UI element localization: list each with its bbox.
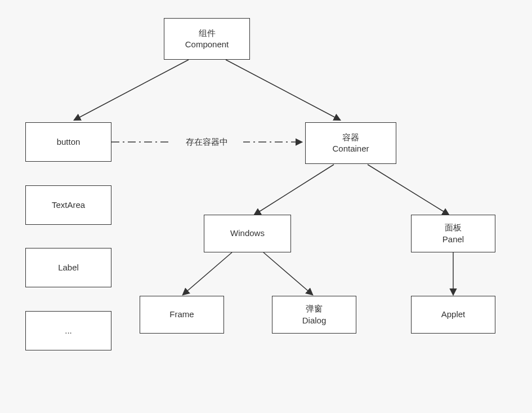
edge-windows-frame bbox=[183, 252, 232, 295]
node-dialog-en: Dialog bbox=[302, 315, 327, 326]
edge-container-panel bbox=[368, 165, 449, 215]
node-windows: Windows bbox=[204, 215, 291, 252]
node-frame-label: Frame bbox=[169, 309, 194, 320]
node-dialog-zh: 弹窗 bbox=[306, 303, 323, 314]
node-panel: 面板 Panel bbox=[411, 215, 495, 252]
edge-container-windows bbox=[254, 165, 334, 215]
node-more-label: ... bbox=[65, 325, 72, 336]
node-textarea-label: TextArea bbox=[52, 199, 85, 211]
node-component-en: Component bbox=[185, 39, 229, 50]
node-panel-en: Panel bbox=[442, 234, 464, 245]
node-label: Label bbox=[25, 248, 111, 287]
node-label-label: Label bbox=[58, 262, 79, 273]
node-button-label: button bbox=[57, 136, 81, 148]
node-component: 组件 Component bbox=[164, 18, 250, 60]
node-dialog: 弹窗 Dialog bbox=[272, 296, 356, 334]
edge-component-container bbox=[226, 60, 340, 120]
node-more: ... bbox=[25, 311, 111, 350]
node-windows-label: Windows bbox=[230, 228, 265, 239]
node-container-zh: 容器 bbox=[342, 132, 359, 143]
node-applet-label: Applet bbox=[441, 309, 466, 320]
node-container-en: Container bbox=[332, 143, 369, 154]
node-frame: Frame bbox=[140, 296, 224, 334]
node-container: 容器 Container bbox=[305, 122, 396, 164]
node-panel-zh: 面板 bbox=[445, 222, 462, 233]
node-button: button bbox=[25, 122, 111, 162]
node-applet: Applet bbox=[411, 296, 495, 334]
edge-component-button bbox=[74, 60, 189, 120]
node-textarea: TextArea bbox=[25, 185, 111, 225]
edge-windows-dialog bbox=[263, 252, 312, 295]
edge-label-button-container: 存在容器中 bbox=[170, 137, 243, 148]
node-component-zh: 组件 bbox=[199, 28, 216, 39]
